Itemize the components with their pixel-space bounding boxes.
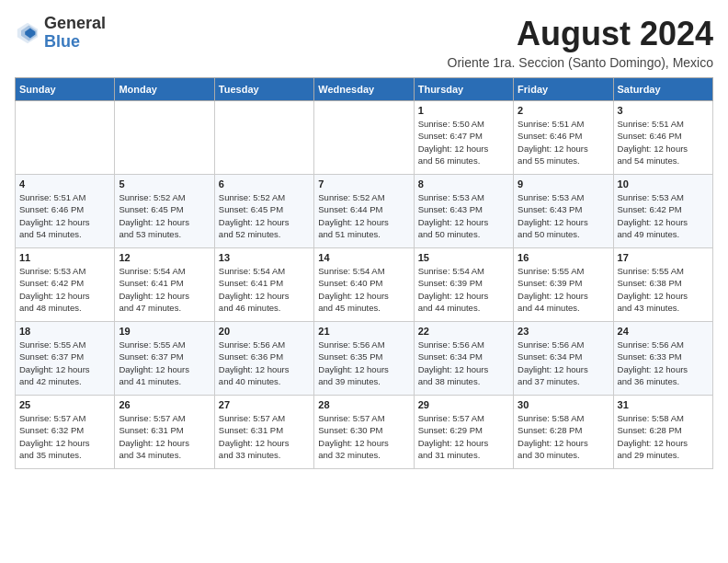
day-info: Sunrise: 5:58 AM Sunset: 6:28 PM Dayligh… <box>618 412 709 461</box>
day-number: 26 <box>119 399 210 410</box>
calendar-cell: 27Sunrise: 5:57 AM Sunset: 6:31 PM Dayli… <box>214 396 313 469</box>
calendar-cell: 9Sunrise: 5:53 AM Sunset: 6:43 PM Daylig… <box>514 175 613 248</box>
day-number: 13 <box>219 252 310 263</box>
day-info: Sunrise: 5:54 AM Sunset: 6:39 PM Dayligh… <box>418 265 509 314</box>
calendar-cell <box>314 101 414 175</box>
calendar-cell: 22Sunrise: 5:56 AM Sunset: 6:34 PM Dayli… <box>414 322 513 396</box>
calendar-cell: 23Sunrise: 5:56 AM Sunset: 6:34 PM Dayli… <box>514 322 613 396</box>
day-info: Sunrise: 5:52 AM Sunset: 6:45 PM Dayligh… <box>119 191 210 240</box>
day-info: Sunrise: 5:53 AM Sunset: 6:43 PM Dayligh… <box>518 191 609 240</box>
day-info: Sunrise: 5:56 AM Sunset: 6:33 PM Dayligh… <box>618 339 709 387</box>
day-info: Sunrise: 5:51 AM Sunset: 6:46 PM Dayligh… <box>19 191 110 240</box>
calendar-cell: 7Sunrise: 5:52 AM Sunset: 6:44 PM Daylig… <box>314 175 414 248</box>
calendar-cell: 6Sunrise: 5:52 AM Sunset: 6:45 PM Daylig… <box>214 175 313 248</box>
calendar-cell: 14Sunrise: 5:54 AM Sunset: 6:40 PM Dayli… <box>314 248 414 322</box>
title-area: August 2024 Oriente 1ra. Seccion (Santo … <box>448 15 713 70</box>
day-number: 23 <box>518 326 609 337</box>
calendar-cell: 21Sunrise: 5:56 AM Sunset: 6:35 PM Dayli… <box>314 322 414 396</box>
day-number: 1 <box>418 105 509 116</box>
calendar-cell <box>16 101 115 175</box>
day-number: 29 <box>418 399 509 410</box>
calendar-cell: 11Sunrise: 5:53 AM Sunset: 6:42 PM Dayli… <box>16 248 115 322</box>
calendar-cell: 19Sunrise: 5:55 AM Sunset: 6:37 PM Dayli… <box>115 322 214 396</box>
column-header-wednesday: Wednesday <box>314 78 414 101</box>
day-info: Sunrise: 5:50 AM Sunset: 6:47 PM Dayligh… <box>418 118 509 167</box>
day-number: 28 <box>318 399 409 410</box>
calendar-cell: 4Sunrise: 5:51 AM Sunset: 6:46 PM Daylig… <box>16 175 115 248</box>
calendar-cell: 31Sunrise: 5:58 AM Sunset: 6:28 PM Dayli… <box>613 396 712 469</box>
day-info: Sunrise: 5:55 AM Sunset: 6:37 PM Dayligh… <box>119 339 210 387</box>
calendar-cell: 3Sunrise: 5:51 AM Sunset: 6:46 PM Daylig… <box>613 101 712 175</box>
day-number: 21 <box>318 326 409 337</box>
day-info: Sunrise: 5:53 AM Sunset: 6:42 PM Dayligh… <box>19 265 110 314</box>
day-info: Sunrise: 5:52 AM Sunset: 6:45 PM Dayligh… <box>219 191 310 240</box>
calendar-cell: 20Sunrise: 5:56 AM Sunset: 6:36 PM Dayli… <box>214 322 313 396</box>
calendar-cell: 5Sunrise: 5:52 AM Sunset: 6:45 PM Daylig… <box>115 175 214 248</box>
calendar-cell: 29Sunrise: 5:57 AM Sunset: 6:29 PM Dayli… <box>414 396 513 469</box>
day-number: 24 <box>618 326 709 337</box>
day-number: 14 <box>318 252 409 263</box>
calendar-cell: 30Sunrise: 5:58 AM Sunset: 6:28 PM Dayli… <box>514 396 613 469</box>
day-info: Sunrise: 5:56 AM Sunset: 6:35 PM Dayligh… <box>318 339 409 387</box>
calendar-cell: 15Sunrise: 5:54 AM Sunset: 6:39 PM Dayli… <box>414 248 513 322</box>
day-info: Sunrise: 5:51 AM Sunset: 6:46 PM Dayligh… <box>618 118 709 167</box>
calendar-cell: 18Sunrise: 5:55 AM Sunset: 6:37 PM Dayli… <box>16 322 115 396</box>
week-row-2: 4Sunrise: 5:51 AM Sunset: 6:46 PM Daylig… <box>16 175 713 248</box>
day-info: Sunrise: 5:54 AM Sunset: 6:41 PM Dayligh… <box>219 265 310 314</box>
day-number: 6 <box>219 178 310 190</box>
day-info: Sunrise: 5:55 AM Sunset: 6:37 PM Dayligh… <box>19 339 110 387</box>
day-number: 19 <box>119 326 210 337</box>
column-header-saturday: Saturday <box>613 78 712 101</box>
week-row-3: 11Sunrise: 5:53 AM Sunset: 6:42 PM Dayli… <box>16 248 713 322</box>
day-info: Sunrise: 5:54 AM Sunset: 6:41 PM Dayligh… <box>119 265 210 314</box>
day-number: 15 <box>418 252 509 263</box>
day-info: Sunrise: 5:57 AM Sunset: 6:30 PM Dayligh… <box>318 412 409 461</box>
day-number: 20 <box>219 326 310 337</box>
day-info: Sunrise: 5:51 AM Sunset: 6:46 PM Dayligh… <box>518 118 609 167</box>
day-number: 12 <box>119 252 210 263</box>
calendar-cell: 10Sunrise: 5:53 AM Sunset: 6:42 PM Dayli… <box>613 175 712 248</box>
day-number: 2 <box>518 105 609 116</box>
day-info: Sunrise: 5:57 AM Sunset: 6:29 PM Dayligh… <box>418 412 509 461</box>
day-number: 17 <box>618 252 709 263</box>
calendar-cell: 1Sunrise: 5:50 AM Sunset: 6:47 PM Daylig… <box>414 101 513 175</box>
day-number: 11 <box>19 252 110 263</box>
column-header-tuesday: Tuesday <box>214 78 313 101</box>
calendar-cell: 26Sunrise: 5:57 AM Sunset: 6:31 PM Dayli… <box>115 396 214 469</box>
day-number: 5 <box>119 178 210 190</box>
day-info: Sunrise: 5:52 AM Sunset: 6:44 PM Dayligh… <box>318 191 409 240</box>
day-number: 31 <box>618 399 709 410</box>
logo-text: General Blue <box>44 15 106 52</box>
calendar-table: SundayMondayTuesdayWednesdayThursdayFrid… <box>15 77 713 469</box>
day-number: 22 <box>418 326 509 337</box>
day-info: Sunrise: 5:57 AM Sunset: 6:31 PM Dayligh… <box>119 412 210 461</box>
day-number: 30 <box>518 399 609 410</box>
calendar-cell: 28Sunrise: 5:57 AM Sunset: 6:30 PM Dayli… <box>314 396 414 469</box>
day-info: Sunrise: 5:55 AM Sunset: 6:39 PM Dayligh… <box>518 265 609 314</box>
calendar-cell <box>214 101 313 175</box>
day-number: 3 <box>618 105 709 116</box>
day-info: Sunrise: 5:57 AM Sunset: 6:31 PM Dayligh… <box>219 412 310 461</box>
day-number: 16 <box>518 252 609 263</box>
day-info: Sunrise: 5:56 AM Sunset: 6:34 PM Dayligh… <box>418 339 509 387</box>
calendar-cell: 8Sunrise: 5:53 AM Sunset: 6:43 PM Daylig… <box>414 175 513 248</box>
day-number: 9 <box>518 178 609 190</box>
calendar-cell: 17Sunrise: 5:55 AM Sunset: 6:38 PM Dayli… <box>613 248 712 322</box>
logo-icon <box>15 20 40 46</box>
day-info: Sunrise: 5:57 AM Sunset: 6:32 PM Dayligh… <box>19 412 110 461</box>
day-number: 25 <box>19 399 110 410</box>
week-row-1: 1Sunrise: 5:50 AM Sunset: 6:47 PM Daylig… <box>16 101 713 175</box>
day-info: Sunrise: 5:56 AM Sunset: 6:36 PM Dayligh… <box>219 339 310 387</box>
day-info: Sunrise: 5:53 AM Sunset: 6:42 PM Dayligh… <box>618 191 709 240</box>
location-subtitle: Oriente 1ra. Seccion (Santo Domingo), Me… <box>448 55 713 70</box>
week-row-5: 25Sunrise: 5:57 AM Sunset: 6:32 PM Dayli… <box>16 396 713 469</box>
day-number: 4 <box>19 178 110 190</box>
calendar-cell: 16Sunrise: 5:55 AM Sunset: 6:39 PM Dayli… <box>514 248 613 322</box>
column-header-sunday: Sunday <box>16 78 115 101</box>
day-number: 7 <box>318 178 409 190</box>
calendar-cell: 2Sunrise: 5:51 AM Sunset: 6:46 PM Daylig… <box>514 101 613 175</box>
calendar-cell: 13Sunrise: 5:54 AM Sunset: 6:41 PM Dayli… <box>214 248 313 322</box>
day-info: Sunrise: 5:55 AM Sunset: 6:38 PM Dayligh… <box>618 265 709 314</box>
column-header-monday: Monday <box>115 78 214 101</box>
day-info: Sunrise: 5:53 AM Sunset: 6:43 PM Dayligh… <box>418 191 509 240</box>
